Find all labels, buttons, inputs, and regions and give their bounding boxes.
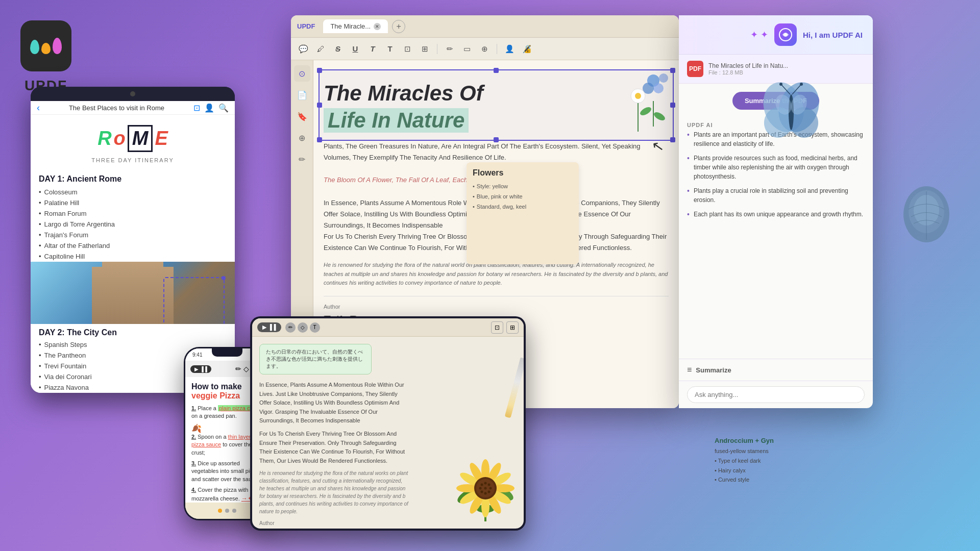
carousel-dot-active: [218, 509, 222, 513]
tab-title: The Miracle...: [330, 22, 371, 30]
ipad-icon-row: ⊡ ⊞: [491, 321, 519, 334]
svg-point-47: [488, 484, 491, 486]
svg-point-53: [484, 487, 487, 490]
toolbar-strikethrough-icon[interactable]: S: [331, 42, 345, 56]
phone-play-button[interactable]: ▶ ▐▐: [190, 365, 211, 373]
day1-item-5: Trajan's Forum: [39, 230, 227, 240]
flowers-info-panel: Flowers Style: yellow Blue, pink or whit…: [467, 162, 579, 264]
toolbar-shape-icon[interactable]: ▭: [460, 42, 474, 56]
japanese-text-bubble: たちの日常の存在において、自然の驚くべき不思議な色が活気に満ちた刺激を提供します…: [259, 344, 372, 374]
toolbar-comment-icon[interactable]: 💬: [296, 42, 310, 56]
pdf-tab[interactable]: The Miracle... ✕: [323, 19, 388, 33]
svg-point-41: [458, 470, 482, 489]
flowers-panel-title: Flowers: [473, 168, 573, 178]
ai-summarize-section: ≡ Summarize: [679, 359, 873, 381]
toolbar-textbox-icon[interactable]: ⊡: [400, 42, 414, 56]
flowers-list: Style: yellow Blue, pink or white Standa…: [473, 182, 573, 212]
day1-items: Colosseum Palatine Hill Roman Forum Larg…: [31, 187, 235, 262]
day1-section: DAY 1: Ancient Rome Colosseum Palatine H…: [31, 171, 235, 262]
dashed-selection-overlay: [163, 277, 225, 324]
rome-letter-R: R: [97, 128, 111, 149]
rome-letter-M: M: [128, 125, 153, 152]
handle-right-mid[interactable]: [670, 103, 675, 108]
sidebar-pages-icon[interactable]: 📄: [294, 87, 310, 103]
ai-input-row: [679, 381, 873, 408]
toolbar-underline-icon[interactable]: U: [348, 42, 362, 56]
svg-point-43: [474, 477, 497, 499]
ipad-icon-2[interactable]: ⊞: [506, 321, 519, 334]
toolbar-highlight-icon[interactable]: ✏: [443, 42, 457, 56]
day1-item-2: Palatine Hill: [39, 197, 227, 208]
wave1: [30, 40, 39, 54]
ipad-dot-2[interactable]: ◇: [298, 322, 308, 333]
day1-item-7: Capitoline Hill: [39, 251, 227, 262]
ipad-toolbar-dots: ✏ ◇ T: [285, 322, 320, 333]
toolbar-text2-icon[interactable]: T: [383, 42, 397, 56]
ai-panel-header: ✦ ✦ Hi, I am UPDF AI: [679, 15, 873, 55]
ipad-icon-1[interactable]: ⊡: [491, 321, 503, 334]
phone-pen-icon[interactable]: ✏: [235, 365, 241, 373]
toolbar-text-icon[interactable]: T: [365, 42, 380, 56]
cursor-arrow-icon: ↖: [650, 137, 665, 155]
pencil-stylus: [505, 357, 524, 418]
ai-icon-box: [774, 23, 797, 46]
tab-close-button[interactable]: ✕: [374, 23, 381, 30]
wave3: [53, 38, 62, 54]
svg-point-38: [468, 492, 486, 515]
nav-back-icon[interactable]: ‹: [37, 103, 40, 113]
sidebar-home-icon[interactable]: ⊙: [294, 65, 310, 82]
ipad-body-text1: In Essence, Plants Assume A Momentous Ro…: [259, 381, 408, 425]
dashed-handle-tr[interactable]: [222, 276, 226, 280]
ipad-play-button[interactable]: ▶ ▐▐: [257, 322, 281, 332]
phone-time: 9:41: [192, 352, 202, 358]
androc-title: Androccium + Gyn: [715, 435, 817, 446]
nav-copy-icon[interactable]: ⊡: [193, 103, 200, 113]
sidebar-layers-icon[interactable]: ⊕: [294, 130, 310, 146]
toolbar-separator: [437, 44, 437, 54]
handle-bottom-right[interactable]: [670, 137, 675, 142]
flower-item-3: Standard, dwg, keel: [473, 202, 573, 212]
rome-letter-O: o: [114, 128, 126, 149]
ai-panel: ✦ ✦ Hi, I am UPDF AI PDF The Miracles of…: [679, 15, 873, 408]
svg-point-40: [456, 484, 479, 492]
sidebar-edit-icon[interactable]: ✏: [294, 151, 310, 167]
handle-top-right[interactable]: [670, 68, 675, 73]
ai-summarize-section-label: Summarize: [696, 366, 731, 374]
ai-ask-input[interactable]: [687, 386, 865, 403]
toolbar-user-icon[interactable]: 👤: [502, 42, 517, 56]
svg-point-23: [903, 186, 949, 242]
svg-point-48: [489, 487, 492, 490]
carousel-dot-2: [225, 509, 229, 513]
handle-left-mid[interactable]: [317, 103, 322, 108]
new-tab-button[interactable]: +: [392, 20, 405, 33]
shell-illustration: [901, 184, 952, 247]
ai-bullet-1: Plants are an important part of Earth's …: [687, 130, 865, 148]
day2-heading: DAY 2: The City Cen: [31, 324, 235, 339]
ipad-device: ▶ ▐▐ ✏ ◇ T ⊡ ⊞ たちの日常の存在において、自然の驚くべき不思議な色…: [250, 316, 526, 531]
nav-person-icon[interactable]: 👤: [204, 103, 214, 113]
handle-top-left[interactable]: [317, 68, 322, 73]
svg-point-29: [476, 505, 495, 513]
svg-point-32: [485, 461, 504, 485]
nav-search-icon[interactable]: 🔍: [218, 103, 229, 113]
toolbar-rect-icon[interactable]: ⊕: [477, 42, 492, 56]
ipad-italic-text: He is renowned for studying the flora of…: [259, 469, 408, 515]
toolbar-separator2: [497, 44, 497, 54]
toolbar-pen-icon[interactable]: 🖊: [313, 42, 328, 56]
day1-item-4: Largo di Torre Argentina: [39, 219, 227, 230]
ipad-dot-3[interactable]: T: [310, 322, 320, 333]
carousel-dot-3: [232, 509, 236, 513]
handle-bottom-left[interactable]: [317, 137, 322, 142]
summarize-pdf-button[interactable]: Summarize the PDF: [732, 92, 819, 110]
toolbar-stamp-icon[interactable]: 🔏: [520, 42, 534, 56]
androc-item-4: • Curved style: [715, 475, 817, 485]
toolbar-grid-icon[interactable]: ⊞: [418, 42, 432, 56]
ipad-toolbar: ▶ ▐▐ ✏ ◇ T ⊡ ⊞: [252, 318, 524, 337]
phone-shape-icon[interactable]: ◇: [243, 365, 249, 373]
sidebar-bookmark-icon[interactable]: 🔖: [294, 108, 310, 124]
ipad-dot-1[interactable]: ✏: [285, 322, 296, 333]
doc-italic-section: He is renowned for studying the flora of…: [324, 261, 669, 288]
svg-point-27: [455, 486, 480, 506]
logo-waves: [30, 38, 62, 54]
ai-bullet-3: Plants play a crucial role in stabilizin…: [687, 186, 865, 205]
